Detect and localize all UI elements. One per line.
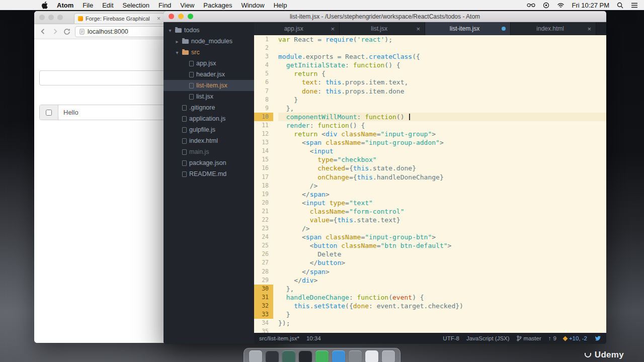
notification-center-icon[interactable] (631, 3, 638, 8)
menu-item-file[interactable]: File (83, 2, 93, 9)
menu-item-find[interactable]: Find (158, 2, 171, 9)
dock-icon-app-3[interactable] (282, 350, 295, 362)
status-circle-icon[interactable] (543, 2, 549, 9)
tab-list-item-jsx[interactable]: list-item.jsx (425, 22, 511, 35)
code-line[interactable]: getInitialState: function() { (278, 61, 606, 69)
tree-item-todos[interactable]: ▾todos (164, 25, 254, 36)
reload-button[interactable] (63, 28, 70, 35)
tree-item-package-json[interactable]: package.json (164, 157, 254, 168)
code-line[interactable]: <span className="input-group-addon"> (278, 138, 606, 147)
code-line[interactable]: onChange={this.handleDoneChange} (278, 173, 606, 182)
tab-close-icon[interactable]: × (331, 25, 335, 33)
tab-app-jsx[interactable]: app.jsx× (254, 22, 340, 35)
tree-item-index-html[interactable]: index.html (164, 135, 254, 146)
code-line[interactable]: return <div className="input-group"> (278, 130, 606, 138)
code-line[interactable]: render: function() { (278, 121, 606, 130)
code-line[interactable]: className="form-control" (278, 207, 606, 216)
code-line[interactable]: <span className="input-group-btn"> (278, 233, 606, 241)
tree-item-app-jsx[interactable]: app.jsx (164, 58, 254, 69)
menu-item-help[interactable]: Help (274, 2, 287, 9)
code-line[interactable]: }, (278, 104, 606, 113)
code-line[interactable]: } (278, 310, 606, 319)
dock-icon-app-5[interactable] (315, 350, 329, 362)
menu-item-edit[interactable]: Edit (102, 2, 113, 9)
tree-item-node-modules[interactable]: ▸node_modules (164, 36, 254, 47)
code-line[interactable]: <input type="text" (278, 199, 606, 207)
tree-item-readme-md[interactable]: README.md (164, 168, 254, 179)
atom-minimize-button[interactable] (178, 14, 184, 19)
browser-minimize-button[interactable] (48, 15, 54, 20)
tree-item-list-item-jsx[interactable]: list-item.jsx (164, 80, 254, 91)
forward-button[interactable] (51, 28, 59, 35)
menu-clock[interactable]: Fri 10:27 PM (572, 2, 609, 9)
menu-item-selection[interactable]: Selection (123, 2, 149, 9)
atom-zoom-button[interactable] (188, 14, 193, 19)
bird-icon[interactable] (594, 335, 601, 341)
menu-item-packages[interactable]: Packages (203, 2, 232, 9)
tab-index-html[interactable]: index.html× (511, 22, 596, 35)
status-encoding[interactable]: UTF-8 (443, 335, 459, 341)
code-line[interactable]: Delete (278, 250, 606, 258)
browser-zoom-button[interactable] (57, 15, 63, 20)
code-line[interactable]: handleDoneChange: function(event) { (278, 293, 606, 302)
code-line[interactable]: componentWillMount: function() (278, 113, 606, 121)
status-git-diff[interactable]: +10, -2 (564, 335, 587, 341)
tab-list-jsx[interactable]: list.jsx× (340, 22, 425, 35)
code-line[interactable]: </span> (278, 190, 606, 199)
atom-close-button[interactable] (169, 14, 174, 19)
atom-title-bar[interactable]: list-item.jsx - /Users/stephengrider/wor… (164, 11, 606, 22)
status-git-branch[interactable]: master (517, 335, 541, 341)
tree-item-main-js[interactable]: main.js (164, 146, 254, 157)
dock-icon-trash[interactable] (382, 350, 395, 362)
tree-item-list-jsx[interactable]: list.jsx (164, 91, 254, 102)
tree-item-application-js[interactable]: application.js (164, 113, 254, 124)
menu-item-window[interactable]: Window (241, 2, 264, 9)
todo-done-checkbox[interactable] (46, 110, 52, 116)
spotlight-icon[interactable] (617, 2, 623, 9)
code-line[interactable]: }); (278, 319, 606, 327)
code-line[interactable]: type="checkbox" (278, 155, 606, 164)
code-line[interactable]: /> (278, 182, 606, 190)
code-line[interactable]: this.setState({done: event.target.checke… (278, 302, 606, 310)
code-line[interactable]: </div> (278, 276, 606, 285)
tree-item-gulpfile-js[interactable]: gulpfile.js (164, 124, 254, 135)
dock-icon-app-1[interactable] (249, 350, 262, 362)
back-button[interactable] (39, 28, 47, 35)
tab-close-icon[interactable]: × (587, 25, 591, 33)
tree-item-src[interactable]: ▾src (164, 47, 254, 58)
code-line[interactable]: }, (278, 285, 606, 293)
browser-tab-close-icon[interactable]: × (157, 15, 160, 22)
status-grammar[interactable]: JavaScript (JSX) (466, 335, 510, 341)
editor[interactable]: 1234567891011121314151617181920212223242… (254, 35, 606, 333)
tree-item-header-jsx[interactable]: header.jsx (164, 69, 254, 80)
apple-menu-icon[interactable] (41, 2, 48, 9)
tab-close-icon[interactable]: × (416, 25, 420, 33)
code-line[interactable]: /> (278, 224, 606, 233)
code-line[interactable]: return { (278, 69, 606, 78)
code-line[interactable] (278, 327, 606, 333)
status-cursor-position[interactable]: 10:34 (306, 335, 321, 341)
dock-icon-app-7[interactable] (349, 350, 362, 362)
code-line[interactable]: } (278, 96, 606, 104)
dock-icon-app-8[interactable] (365, 350, 378, 362)
code-line[interactable]: var React = require('react'); (278, 35, 606, 44)
eyeglasses-menu-icon[interactable] (527, 3, 535, 8)
code-line[interactable]: checked={this.state.done} (278, 164, 606, 172)
code-line[interactable]: <button className="btn btn-default"> (278, 241, 606, 250)
code-line[interactable]: value={this.state.text} (278, 216, 606, 224)
code-line[interactable]: module.exports = React.createClass({ (278, 52, 606, 61)
code-area[interactable]: var React = require('react');module.expo… (273, 35, 606, 333)
code-line[interactable]: text: this.props.item.text, (278, 78, 606, 86)
menu-item-view[interactable]: View (180, 2, 194, 9)
code-line[interactable]: <input (278, 147, 606, 155)
code-line[interactable]: done: this.props.item.done (278, 87, 606, 96)
code-line[interactable] (278, 44, 606, 52)
browser-tab[interactable]: Forge: Firebase Graphical × (74, 13, 165, 24)
dock-icon-app-2[interactable] (266, 350, 279, 362)
menu-item-atom[interactable]: Atom (57, 2, 73, 9)
browser-close-button[interactable] (39, 15, 45, 20)
code-line[interactable]: </button> (278, 258, 606, 267)
dock-icon-app-4[interactable] (299, 350, 312, 362)
wifi-icon[interactable] (557, 3, 565, 8)
code-line[interactable]: </span> (278, 267, 606, 276)
